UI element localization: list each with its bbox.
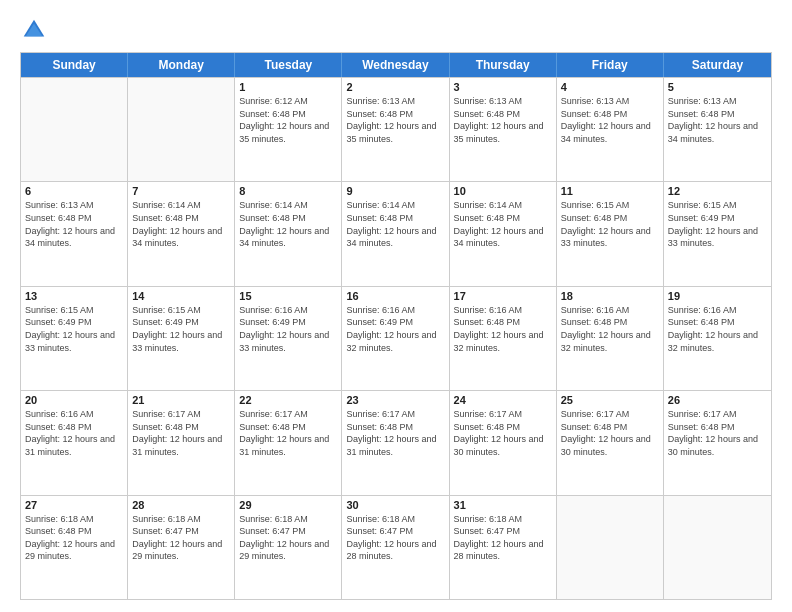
day-info: Sunrise: 6:18 AM Sunset: 6:47 PM Dayligh… <box>132 513 230 563</box>
day-cell: 26Sunrise: 6:17 AM Sunset: 6:48 PM Dayli… <box>664 391 771 494</box>
day-number: 19 <box>668 290 767 302</box>
calendar-week-row: 13Sunrise: 6:15 AM Sunset: 6:49 PM Dayli… <box>21 286 771 390</box>
day-info: Sunrise: 6:17 AM Sunset: 6:48 PM Dayligh… <box>561 408 659 458</box>
day-cell: 24Sunrise: 6:17 AM Sunset: 6:48 PM Dayli… <box>450 391 557 494</box>
day-number: 26 <box>668 394 767 406</box>
day-cell: 2Sunrise: 6:13 AM Sunset: 6:48 PM Daylig… <box>342 78 449 181</box>
day-info: Sunrise: 6:13 AM Sunset: 6:48 PM Dayligh… <box>561 95 659 145</box>
day-cell: 5Sunrise: 6:13 AM Sunset: 6:48 PM Daylig… <box>664 78 771 181</box>
day-cell: 17Sunrise: 6:16 AM Sunset: 6:48 PM Dayli… <box>450 287 557 390</box>
day-info: Sunrise: 6:14 AM Sunset: 6:48 PM Dayligh… <box>454 199 552 249</box>
day-number: 9 <box>346 185 444 197</box>
day-cell: 29Sunrise: 6:18 AM Sunset: 6:47 PM Dayli… <box>235 496 342 599</box>
day-cell: 19Sunrise: 6:16 AM Sunset: 6:48 PM Dayli… <box>664 287 771 390</box>
day-cell: 12Sunrise: 6:15 AM Sunset: 6:49 PM Dayli… <box>664 182 771 285</box>
day-cell: 6Sunrise: 6:13 AM Sunset: 6:48 PM Daylig… <box>21 182 128 285</box>
day-cell: 22Sunrise: 6:17 AM Sunset: 6:48 PM Dayli… <box>235 391 342 494</box>
day-header: Sunday <box>21 53 128 77</box>
day-header: Friday <box>557 53 664 77</box>
day-info: Sunrise: 6:17 AM Sunset: 6:48 PM Dayligh… <box>346 408 444 458</box>
day-cell: 9Sunrise: 6:14 AM Sunset: 6:48 PM Daylig… <box>342 182 449 285</box>
day-info: Sunrise: 6:15 AM Sunset: 6:48 PM Dayligh… <box>561 199 659 249</box>
day-info: Sunrise: 6:14 AM Sunset: 6:48 PM Dayligh… <box>132 199 230 249</box>
calendar-week-row: 1Sunrise: 6:12 AM Sunset: 6:48 PM Daylig… <box>21 77 771 181</box>
day-number: 23 <box>346 394 444 406</box>
day-info: Sunrise: 6:18 AM Sunset: 6:47 PM Dayligh… <box>239 513 337 563</box>
day-number: 27 <box>25 499 123 511</box>
day-header: Thursday <box>450 53 557 77</box>
day-number: 13 <box>25 290 123 302</box>
day-cell: 1Sunrise: 6:12 AM Sunset: 6:48 PM Daylig… <box>235 78 342 181</box>
page: SundayMondayTuesdayWednesdayThursdayFrid… <box>0 0 792 612</box>
day-number: 3 <box>454 81 552 93</box>
day-number: 16 <box>346 290 444 302</box>
day-number: 29 <box>239 499 337 511</box>
calendar: SundayMondayTuesdayWednesdayThursdayFrid… <box>20 52 772 600</box>
day-number: 10 <box>454 185 552 197</box>
day-number: 15 <box>239 290 337 302</box>
day-cell: 8Sunrise: 6:14 AM Sunset: 6:48 PM Daylig… <box>235 182 342 285</box>
day-cell: 15Sunrise: 6:16 AM Sunset: 6:49 PM Dayli… <box>235 287 342 390</box>
day-cell: 30Sunrise: 6:18 AM Sunset: 6:47 PM Dayli… <box>342 496 449 599</box>
day-cell: 14Sunrise: 6:15 AM Sunset: 6:49 PM Dayli… <box>128 287 235 390</box>
day-cell: 16Sunrise: 6:16 AM Sunset: 6:49 PM Dayli… <box>342 287 449 390</box>
day-cell: 25Sunrise: 6:17 AM Sunset: 6:48 PM Dayli… <box>557 391 664 494</box>
day-info: Sunrise: 6:18 AM Sunset: 6:47 PM Dayligh… <box>454 513 552 563</box>
day-number: 5 <box>668 81 767 93</box>
calendar-week-row: 6Sunrise: 6:13 AM Sunset: 6:48 PM Daylig… <box>21 181 771 285</box>
day-number: 20 <box>25 394 123 406</box>
day-number: 22 <box>239 394 337 406</box>
day-info: Sunrise: 6:17 AM Sunset: 6:48 PM Dayligh… <box>454 408 552 458</box>
day-number: 4 <box>561 81 659 93</box>
day-cell: 21Sunrise: 6:17 AM Sunset: 6:48 PM Dayli… <box>128 391 235 494</box>
logo <box>20 16 52 44</box>
day-header: Wednesday <box>342 53 449 77</box>
day-number: 8 <box>239 185 337 197</box>
day-cell: 20Sunrise: 6:16 AM Sunset: 6:48 PM Dayli… <box>21 391 128 494</box>
day-number: 14 <box>132 290 230 302</box>
day-info: Sunrise: 6:16 AM Sunset: 6:48 PM Dayligh… <box>561 304 659 354</box>
empty-cell <box>128 78 235 181</box>
day-info: Sunrise: 6:15 AM Sunset: 6:49 PM Dayligh… <box>132 304 230 354</box>
day-number: 21 <box>132 394 230 406</box>
calendar-week-row: 20Sunrise: 6:16 AM Sunset: 6:48 PM Dayli… <box>21 390 771 494</box>
day-cell: 31Sunrise: 6:18 AM Sunset: 6:47 PM Dayli… <box>450 496 557 599</box>
empty-cell <box>557 496 664 599</box>
day-info: Sunrise: 6:13 AM Sunset: 6:48 PM Dayligh… <box>668 95 767 145</box>
day-header: Monday <box>128 53 235 77</box>
day-info: Sunrise: 6:15 AM Sunset: 6:49 PM Dayligh… <box>25 304 123 354</box>
day-number: 24 <box>454 394 552 406</box>
day-info: Sunrise: 6:16 AM Sunset: 6:49 PM Dayligh… <box>239 304 337 354</box>
day-cell: 28Sunrise: 6:18 AM Sunset: 6:47 PM Dayli… <box>128 496 235 599</box>
day-number: 6 <box>25 185 123 197</box>
day-number: 11 <box>561 185 659 197</box>
day-info: Sunrise: 6:17 AM Sunset: 6:48 PM Dayligh… <box>239 408 337 458</box>
day-info: Sunrise: 6:15 AM Sunset: 6:49 PM Dayligh… <box>668 199 767 249</box>
day-info: Sunrise: 6:14 AM Sunset: 6:48 PM Dayligh… <box>239 199 337 249</box>
day-number: 12 <box>668 185 767 197</box>
day-number: 2 <box>346 81 444 93</box>
logo-icon <box>20 16 48 44</box>
calendar-week-row: 27Sunrise: 6:18 AM Sunset: 6:48 PM Dayli… <box>21 495 771 599</box>
day-number: 31 <box>454 499 552 511</box>
day-header: Saturday <box>664 53 771 77</box>
calendar-header: SundayMondayTuesdayWednesdayThursdayFrid… <box>21 53 771 77</box>
day-cell: 11Sunrise: 6:15 AM Sunset: 6:48 PM Dayli… <box>557 182 664 285</box>
day-header: Tuesday <box>235 53 342 77</box>
day-info: Sunrise: 6:16 AM Sunset: 6:48 PM Dayligh… <box>454 304 552 354</box>
day-info: Sunrise: 6:12 AM Sunset: 6:48 PM Dayligh… <box>239 95 337 145</box>
day-info: Sunrise: 6:16 AM Sunset: 6:48 PM Dayligh… <box>25 408 123 458</box>
day-info: Sunrise: 6:16 AM Sunset: 6:49 PM Dayligh… <box>346 304 444 354</box>
day-info: Sunrise: 6:13 AM Sunset: 6:48 PM Dayligh… <box>346 95 444 145</box>
day-info: Sunrise: 6:17 AM Sunset: 6:48 PM Dayligh… <box>132 408 230 458</box>
day-number: 28 <box>132 499 230 511</box>
day-cell: 7Sunrise: 6:14 AM Sunset: 6:48 PM Daylig… <box>128 182 235 285</box>
day-cell: 13Sunrise: 6:15 AM Sunset: 6:49 PM Dayli… <box>21 287 128 390</box>
calendar-body: 1Sunrise: 6:12 AM Sunset: 6:48 PM Daylig… <box>21 77 771 599</box>
day-cell: 10Sunrise: 6:14 AM Sunset: 6:48 PM Dayli… <box>450 182 557 285</box>
day-cell: 18Sunrise: 6:16 AM Sunset: 6:48 PM Dayli… <box>557 287 664 390</box>
day-info: Sunrise: 6:16 AM Sunset: 6:48 PM Dayligh… <box>668 304 767 354</box>
day-info: Sunrise: 6:17 AM Sunset: 6:48 PM Dayligh… <box>668 408 767 458</box>
day-number: 7 <box>132 185 230 197</box>
day-cell: 4Sunrise: 6:13 AM Sunset: 6:48 PM Daylig… <box>557 78 664 181</box>
